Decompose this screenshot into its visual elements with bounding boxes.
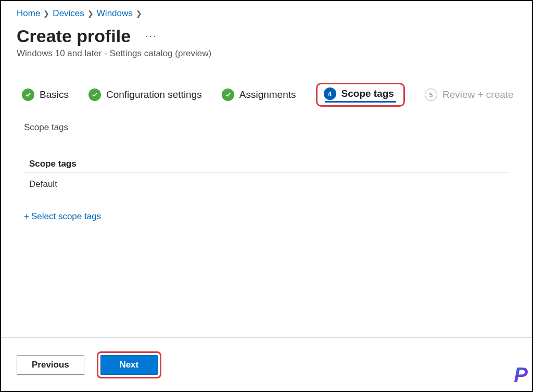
checkmark-icon [22,88,34,101]
tab-label: Basics [40,89,69,100]
page-subtitle: Windows 10 and later - Settings catalog … [1,48,532,74]
checkmark-icon [222,88,234,101]
tab-basics[interactable]: Basics [22,88,69,101]
page-header: Create profile ··· [1,22,532,48]
next-button[interactable]: Next [100,355,158,375]
tab-assignments[interactable]: Assignments [222,88,296,101]
main-content: Scope tags Scope tags Default + Select s… [1,112,532,227]
checkmark-icon [88,88,101,101]
more-actions-button[interactable]: ··· [146,32,157,41]
breadcrumb-home[interactable]: Home [17,8,40,19]
select-scope-tags-link[interactable]: + Select scope tags [24,196,101,222]
breadcrumb: Home ❯ Devices ❯ Windows ❯ [1,1,532,22]
active-tab-indicator [325,101,396,103]
plus-icon: + [24,211,29,222]
next-button-highlight: Next [97,351,161,378]
wizard-footer: Previous Next [1,337,532,391]
chevron-right-icon: ❯ [87,9,94,18]
tab-scope-tags[interactable]: 4 Scope tags [316,83,405,107]
wizard-tabs: Basics Configuration settings Assignment… [1,74,532,112]
page-title: Create profile [17,26,131,46]
link-label: Select scope tags [31,211,101,222]
tab-configuration-settings[interactable]: Configuration settings [88,88,202,101]
tab-label: Scope tags [341,88,394,99]
previous-button[interactable]: Previous [17,355,84,375]
tab-label: Assignments [239,89,296,100]
breadcrumb-windows[interactable]: Windows [97,8,133,19]
tab-label: Configuration settings [106,89,202,100]
chevron-right-icon: ❯ [136,9,142,18]
scope-tag-row: Default [24,173,509,196]
tab-review-create: 5 Review + create [425,88,514,101]
breadcrumb-devices[interactable]: Devices [53,8,84,19]
step-number-icon: 4 [324,87,336,100]
scope-tags-column-header: Scope tags [24,156,509,173]
step-number-icon: 5 [425,88,437,101]
tab-label: Review + create [442,89,514,100]
chevron-right-icon: ❯ [43,9,49,18]
section-label: Scope tags [24,122,509,133]
